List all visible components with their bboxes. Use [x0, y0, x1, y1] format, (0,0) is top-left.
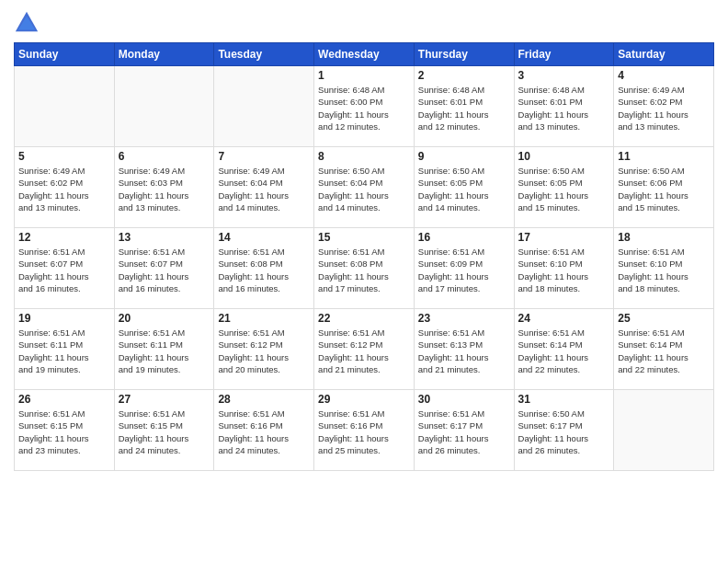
week-row-2: 12Sunrise: 6:51 AM Sunset: 6:07 PM Dayli…	[15, 228, 714, 309]
day-number: 11	[618, 150, 710, 163]
day-info: Sunrise: 6:51 AM Sunset: 6:11 PM Dayligh…	[119, 327, 210, 375]
day-number: 7	[218, 150, 310, 163]
cal-cell: 23Sunrise: 6:51 AM Sunset: 6:13 PM Dayli…	[414, 309, 514, 390]
cal-cell: 19Sunrise: 6:51 AM Sunset: 6:11 PM Dayli…	[15, 309, 115, 390]
cal-cell: 17Sunrise: 6:51 AM Sunset: 6:10 PM Dayli…	[514, 228, 614, 309]
day-info: Sunrise: 6:50 AM Sunset: 6:05 PM Dayligh…	[518, 165, 610, 213]
day-info: Sunrise: 6:51 AM Sunset: 6:07 PM Dayligh…	[119, 246, 210, 294]
cal-cell: 31Sunrise: 6:50 AM Sunset: 6:17 PM Dayli…	[514, 390, 614, 471]
header	[14, 9, 714, 35]
day-info: Sunrise: 6:48 AM Sunset: 6:01 PM Dayligh…	[418, 84, 510, 132]
day-number: 31	[518, 393, 610, 406]
day-number: 20	[119, 312, 210, 325]
cal-cell	[15, 66, 115, 147]
day-info: Sunrise: 6:51 AM Sunset: 6:16 PM Dayligh…	[318, 408, 410, 456]
day-header-friday: Friday	[514, 43, 614, 66]
day-number: 10	[518, 150, 610, 163]
day-info: Sunrise: 6:51 AM Sunset: 6:15 PM Dayligh…	[18, 408, 110, 456]
cal-cell: 13Sunrise: 6:51 AM Sunset: 6:07 PM Dayli…	[114, 228, 214, 309]
day-header-monday: Monday	[114, 43, 214, 66]
day-info: Sunrise: 6:51 AM Sunset: 6:14 PM Dayligh…	[518, 327, 610, 375]
cal-cell	[114, 66, 214, 147]
day-info: Sunrise: 6:49 AM Sunset: 6:03 PM Dayligh…	[119, 165, 210, 213]
day-number: 8	[318, 150, 410, 163]
day-info: Sunrise: 6:51 AM Sunset: 6:08 PM Dayligh…	[318, 246, 410, 294]
day-number: 4	[618, 69, 710, 82]
week-row-0: 1Sunrise: 6:48 AM Sunset: 6:00 PM Daylig…	[15, 66, 714, 147]
cal-cell: 1Sunrise: 6:48 AM Sunset: 6:00 PM Daylig…	[314, 66, 415, 147]
cal-cell: 28Sunrise: 6:51 AM Sunset: 6:16 PM Dayli…	[214, 390, 314, 471]
cal-cell	[214, 66, 314, 147]
day-number: 26	[18, 393, 110, 406]
day-info: Sunrise: 6:48 AM Sunset: 6:01 PM Dayligh…	[518, 84, 610, 132]
cal-cell: 20Sunrise: 6:51 AM Sunset: 6:11 PM Dayli…	[114, 309, 214, 390]
day-info: Sunrise: 6:51 AM Sunset: 6:07 PM Dayligh…	[18, 246, 110, 294]
day-number: 1	[318, 69, 410, 82]
day-number: 13	[119, 231, 210, 244]
cal-cell: 2Sunrise: 6:48 AM Sunset: 6:01 PM Daylig…	[414, 66, 514, 147]
day-number: 5	[18, 150, 110, 163]
day-header-sunday: Sunday	[15, 43, 115, 66]
logo-icon	[14, 9, 40, 35]
cal-cell: 12Sunrise: 6:51 AM Sunset: 6:07 PM Dayli…	[15, 228, 115, 309]
day-info: Sunrise: 6:49 AM Sunset: 6:02 PM Dayligh…	[18, 165, 110, 213]
cal-cell: 16Sunrise: 6:51 AM Sunset: 6:09 PM Dayli…	[414, 228, 514, 309]
logo	[14, 9, 43, 35]
day-number: 2	[418, 69, 510, 82]
day-info: Sunrise: 6:51 AM Sunset: 6:17 PM Dayligh…	[418, 408, 510, 456]
calendar-body: 1Sunrise: 6:48 AM Sunset: 6:00 PM Daylig…	[15, 66, 714, 471]
day-info: Sunrise: 6:51 AM Sunset: 6:10 PM Dayligh…	[518, 246, 610, 294]
day-info: Sunrise: 6:50 AM Sunset: 6:05 PM Dayligh…	[418, 165, 510, 213]
day-number: 24	[518, 312, 610, 325]
cal-cell: 9Sunrise: 6:50 AM Sunset: 6:05 PM Daylig…	[414, 147, 514, 228]
day-number: 15	[318, 231, 410, 244]
cal-cell: 6Sunrise: 6:49 AM Sunset: 6:03 PM Daylig…	[114, 147, 214, 228]
cal-cell	[614, 390, 714, 471]
cal-cell: 11Sunrise: 6:50 AM Sunset: 6:06 PM Dayli…	[614, 147, 714, 228]
cal-cell: 15Sunrise: 6:51 AM Sunset: 6:08 PM Dayli…	[314, 228, 415, 309]
cal-cell: 18Sunrise: 6:51 AM Sunset: 6:10 PM Dayli…	[614, 228, 714, 309]
cal-cell: 25Sunrise: 6:51 AM Sunset: 6:14 PM Dayli…	[614, 309, 714, 390]
day-number: 9	[418, 150, 510, 163]
day-info: Sunrise: 6:50 AM Sunset: 6:17 PM Dayligh…	[518, 408, 610, 456]
cal-cell: 4Sunrise: 6:49 AM Sunset: 6:02 PM Daylig…	[614, 66, 714, 147]
day-number: 14	[218, 231, 310, 244]
cal-cell: 22Sunrise: 6:51 AM Sunset: 6:12 PM Dayli…	[314, 309, 415, 390]
day-info: Sunrise: 6:49 AM Sunset: 6:02 PM Dayligh…	[618, 84, 710, 132]
day-header-thursday: Thursday	[414, 43, 514, 66]
day-number: 6	[119, 150, 210, 163]
day-number: 18	[618, 231, 710, 244]
day-number: 29	[318, 393, 410, 406]
day-header-wednesday: Wednesday	[314, 43, 415, 66]
day-number: 25	[618, 312, 710, 325]
day-number: 21	[218, 312, 310, 325]
day-info: Sunrise: 6:49 AM Sunset: 6:04 PM Dayligh…	[218, 165, 310, 213]
day-info: Sunrise: 6:51 AM Sunset: 6:12 PM Dayligh…	[318, 327, 410, 375]
day-info: Sunrise: 6:51 AM Sunset: 6:08 PM Dayligh…	[218, 246, 310, 294]
day-info: Sunrise: 6:51 AM Sunset: 6:13 PM Dayligh…	[418, 327, 510, 375]
cal-cell: 5Sunrise: 6:49 AM Sunset: 6:02 PM Daylig…	[15, 147, 115, 228]
day-header-saturday: Saturday	[614, 43, 714, 66]
cal-cell: 3Sunrise: 6:48 AM Sunset: 6:01 PM Daylig…	[514, 66, 614, 147]
calendar-header-row: SundayMondayTuesdayWednesdayThursdayFrid…	[15, 43, 714, 66]
cal-cell: 29Sunrise: 6:51 AM Sunset: 6:16 PM Dayli…	[314, 390, 415, 471]
day-info: Sunrise: 6:51 AM Sunset: 6:12 PM Dayligh…	[218, 327, 310, 375]
page: SundayMondayTuesdayWednesdayThursdayFrid…	[0, 0, 728, 563]
cal-cell: 27Sunrise: 6:51 AM Sunset: 6:15 PM Dayli…	[114, 390, 214, 471]
day-number: 12	[18, 231, 110, 244]
week-row-1: 5Sunrise: 6:49 AM Sunset: 6:02 PM Daylig…	[15, 147, 714, 228]
day-number: 22	[318, 312, 410, 325]
day-number: 19	[18, 312, 110, 325]
day-info: Sunrise: 6:51 AM Sunset: 6:16 PM Dayligh…	[218, 408, 310, 456]
day-number: 16	[418, 231, 510, 244]
day-number: 28	[218, 393, 310, 406]
week-row-4: 26Sunrise: 6:51 AM Sunset: 6:15 PM Dayli…	[15, 390, 714, 471]
cal-cell: 14Sunrise: 6:51 AM Sunset: 6:08 PM Dayli…	[214, 228, 314, 309]
day-info: Sunrise: 6:48 AM Sunset: 6:00 PM Dayligh…	[318, 84, 410, 132]
cal-cell: 26Sunrise: 6:51 AM Sunset: 6:15 PM Dayli…	[15, 390, 115, 471]
day-info: Sunrise: 6:51 AM Sunset: 6:11 PM Dayligh…	[18, 327, 110, 375]
day-header-tuesday: Tuesday	[214, 43, 314, 66]
day-number: 3	[518, 69, 610, 82]
day-info: Sunrise: 6:50 AM Sunset: 6:06 PM Dayligh…	[618, 165, 710, 213]
cal-cell: 7Sunrise: 6:49 AM Sunset: 6:04 PM Daylig…	[214, 147, 314, 228]
